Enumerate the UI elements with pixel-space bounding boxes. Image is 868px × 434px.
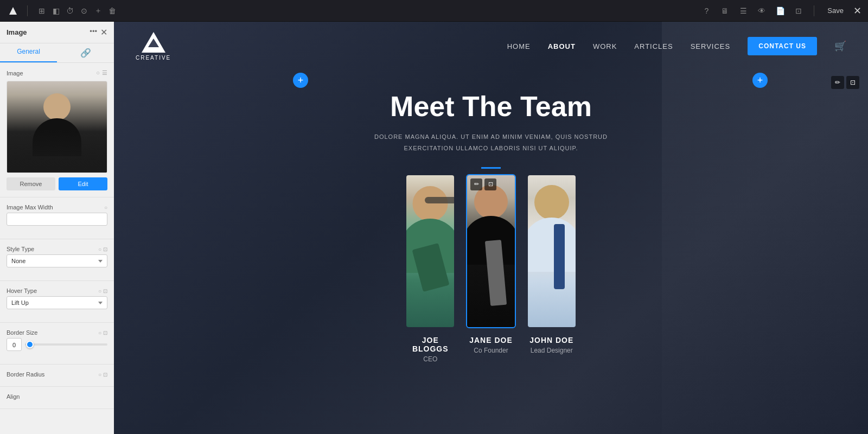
hover-type-label: Hover Type ○ ⊡ (7, 288, 107, 294)
nav: CREATIVE HOME ABOUT WORK ARTICLES SERVIC… (114, 22, 868, 71)
nav-cta-button[interactable]: CONTACT US (748, 37, 817, 55)
edit-button[interactable]: Edit (59, 177, 107, 190)
website-preview: CREATIVE HOME ABOUT WORK ARTICLES SERVIC… (114, 22, 868, 434)
top-bar-left: ⊞ ◧ ⏱ ⊙ ＋ 🗑 (7, 4, 119, 17)
hero-section: + + Meet The Team DOLORE MAGNA ALIQUA. U… (114, 71, 868, 363)
hero-title: Meet The Team (390, 90, 592, 123)
grid-icon[interactable]: ⊞ (35, 4, 48, 17)
tab-general[interactable]: General (0, 43, 57, 62)
nav-link-work[interactable]: WORK (593, 42, 617, 50)
add-icon[interactable]: ＋ (92, 4, 105, 17)
plus-buttons-row: + + (114, 71, 868, 90)
style-type-select[interactable]: None Shadow Border (7, 254, 107, 267)
plus-button-right[interactable]: + (752, 73, 768, 88)
team-card-jane-role: Co Founder (467, 347, 515, 354)
border-size-track[interactable] (25, 343, 107, 346)
hover-menu-icon[interactable]: ⊡ (103, 288, 107, 294)
radius-menu-icon[interactable]: ⊡ (103, 372, 107, 378)
border-size-section: Border Size ○ ⊡ 0 (0, 323, 114, 365)
team-card-john-role: Lead Designer (528, 347, 576, 354)
radius-info-icon[interactable]: ○ (98, 372, 101, 378)
canvas-controls: ✏ ⊡ (831, 76, 859, 89)
more-icon[interactable]: ••• (90, 27, 97, 37)
eye-icon[interactable]: 👁 (755, 4, 768, 17)
image-preview (7, 81, 107, 173)
preview-person (7, 81, 107, 173)
hover-type-select[interactable]: Lift Up None Float Grow (7, 296, 107, 309)
settings-icon[interactable]: ⊙ (78, 4, 91, 17)
image-max-width-label: Image Max Width ○ (7, 204, 107, 210)
image-section-icons: ○ ☰ (96, 69, 107, 76)
close-button[interactable]: ✕ (853, 5, 861, 17)
panel-title: Image (7, 28, 27, 36)
panel-close-icon[interactable]: ✕ (100, 27, 107, 37)
layers-icon[interactable]: ◧ (49, 4, 62, 17)
logo-text: CREATIVE (136, 55, 171, 61)
hero-divider (481, 167, 501, 169)
hover-info-icon[interactable]: ○ (98, 288, 101, 294)
jane-edit-icons: ✏ ⊡ (470, 178, 496, 190)
team-card-jane[interactable]: ✏ ⊡ IMAGE OPTIONS + (467, 175, 515, 363)
jane-expand-icon[interactable]: ⊡ (484, 178, 496, 190)
image-menu-icon[interactable]: ☰ (102, 69, 107, 76)
info-icon[interactable]: ○ (104, 205, 107, 210)
style-type-label: Style Type ○ ⊡ (7, 246, 107, 252)
team-card-jane-name: JANE DOE (467, 336, 515, 344)
image-max-width-input[interactable] (7, 213, 107, 226)
app-logo-icon[interactable] (7, 4, 20, 17)
jane-pencil-icon[interactable]: ✏ (470, 178, 482, 190)
nav-link-about[interactable]: ABOUT (548, 42, 576, 50)
image-section: Image ○ ☰ Remove Edit (0, 63, 114, 197)
clock-icon[interactable]: ⏱ (63, 4, 76, 17)
team-cards: JOE BLOGGS CEO ✏ ⊡ (298, 175, 684, 363)
align-section: Align (0, 387, 114, 409)
plus-button-left[interactable]: + (293, 73, 308, 88)
top-bar-right: ? 🖥 ☰ 👁 📄 ⊡ Save ✕ (700, 4, 861, 17)
page-icon[interactable]: 📄 (774, 4, 787, 17)
border-size-slider-row: 0 (7, 338, 107, 351)
save-button[interactable]: Save (823, 4, 848, 17)
logo-triangle-icon (142, 32, 165, 53)
style-type-field: Style Type ○ ⊡ None Shadow Border (7, 246, 107, 267)
panel-header: Image ••• ✕ (0, 22, 114, 43)
border-radius-label: Border Radius ○ ⊡ (7, 371, 107, 378)
tab-link[interactable]: 🔗 (57, 43, 114, 62)
help-icon[interactable]: ? (700, 4, 713, 17)
toolbar-icons: ⊞ ◧ ⏱ ⊙ ＋ 🗑 (35, 4, 119, 17)
remove-button[interactable]: Remove (7, 177, 55, 190)
expand-icon[interactable]: ⊡ (792, 4, 805, 17)
border-info-icon[interactable]: ○ (98, 330, 101, 336)
align-label: Align (7, 393, 107, 400)
trash-icon[interactable]: 🗑 (106, 4, 119, 17)
image-info-icon[interactable]: ○ (96, 69, 100, 76)
style-menu-icon[interactable]: ⊡ (103, 246, 107, 252)
border-size-value: 0 (7, 338, 22, 351)
canvas-expand-icon[interactable]: ⊡ (846, 76, 859, 89)
nav-link-articles[interactable]: ARTICLES (634, 42, 673, 50)
hover-type-field: Hover Type ○ ⊡ Lift Up None Float Grow (7, 288, 107, 309)
nav-logo: CREATIVE (136, 32, 171, 61)
list-icon[interactable]: ☰ (737, 4, 750, 17)
hover-type-section: Hover Type ○ ⊡ Lift Up None Float Grow (0, 281, 114, 323)
border-menu-icon[interactable]: ⊡ (103, 330, 107, 336)
hero-subtitle: DOLORE MAGNA ALIQUA. UT ENIM AD MINIM VE… (374, 131, 608, 154)
style-type-section: Style Type ○ ⊡ None Shadow Border (0, 239, 114, 281)
team-card-john-name: JOHN DOE (528, 336, 576, 344)
team-card-joe-image (406, 175, 454, 327)
team-card-joe[interactable]: JOE BLOGGS CEO (406, 175, 454, 363)
separator (27, 5, 28, 16)
nav-link-home[interactable]: HOME (507, 42, 531, 50)
image-action-buttons: Remove Edit (7, 177, 107, 190)
image-section-label: Image ○ ☰ (7, 69, 107, 76)
left-panel: Image ••• ✕ General 🔗 Image ○ ☰ (0, 22, 114, 434)
team-card-john[interactable]: JOHN DOE Lead Designer (528, 175, 576, 363)
border-size-thumb[interactable] (26, 341, 34, 348)
style-info-icon[interactable]: ○ (98, 246, 101, 252)
top-bar: ⊞ ◧ ⏱ ⊙ ＋ 🗑 ? 🖥 ☰ 👁 📄 ⊡ Save ✕ (0, 0, 868, 22)
cart-icon[interactable]: 🛒 (834, 40, 846, 52)
panel-header-icons: ••• ✕ (90, 27, 107, 37)
border-radius-section: Border Radius ○ ⊡ (0, 365, 114, 387)
desktop-icon[interactable]: 🖥 (718, 4, 731, 17)
nav-link-services[interactable]: SERVICES (691, 42, 731, 50)
canvas-edit-icon[interactable]: ✏ (831, 76, 844, 89)
